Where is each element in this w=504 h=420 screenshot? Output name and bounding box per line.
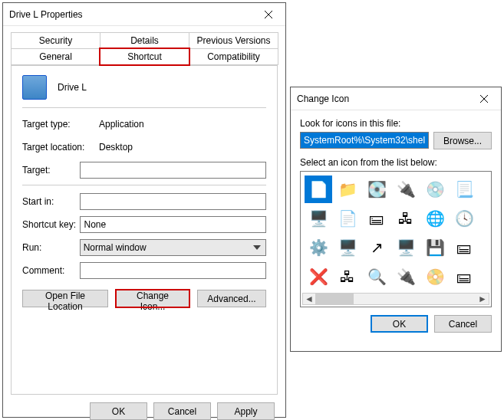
shortcut-name: Drive L [58,82,87,93]
net-drive-icon[interactable]: 🖧 [392,205,420,232]
optical-drive-icon[interactable]: 💿 [421,176,449,203]
select-icon-label: Select an icon from the list below: [300,157,492,168]
corner-icon[interactable]: ↗ [363,234,390,261]
target-type-label: Target type: [22,119,99,130]
browse-button[interactable]: Browse... [433,132,492,149]
folder-icon[interactable]: 📁 [334,176,361,203]
run-select[interactable]: Normal window [80,239,266,256]
open-file-location-button[interactable]: Open File Location [22,290,108,307]
change-icon-dialog: Change Icon Look for icons in this file:… [290,87,502,352]
divider [22,185,266,185]
target-type-value: Application [99,119,266,130]
tab-previous-versions[interactable]: Previous Versions [189,32,278,48]
divider [22,107,266,108]
icon-file-input[interactable] [300,132,429,149]
document-icon[interactable]: 📄 [305,176,332,203]
close-button[interactable] [251,3,285,26]
properties-window: Drive L Properties Security Details Prev… [2,2,286,418]
target-label: Target: [22,165,80,176]
monitor-icon[interactable]: 🖥️ [334,234,361,261]
comment-input[interactable] [80,262,266,279]
globe-icon[interactable]: 🌐 [421,205,449,232]
scroll-left-icon[interactable]: ◄ [303,294,315,304]
dialog-footer: OK Cancel Apply [3,402,285,420]
dialog-title: Change Icon [297,94,466,104]
tab-panel-shortcut: Drive L Target type: Application Target … [11,65,278,395]
startin-input[interactable] [80,193,266,210]
scroll-right-icon[interactable]: ► [476,294,489,304]
tab-strip: Security Details Previous Versions Gener… [11,32,278,65]
ok-button[interactable]: OK [371,315,428,333]
close-icon [480,95,488,103]
cancel-button[interactable]: Cancel [434,315,492,333]
chip-icon[interactable]: 🔌 [392,176,420,203]
search-icon[interactable]: 🔍 [363,263,390,290]
shortcut-key-input[interactable] [80,216,266,233]
titlebar[interactable]: Change Icon [291,87,501,110]
display-icon[interactable]: 🖥️ [305,205,332,232]
horizontal-scrollbar[interactable]: ◄ ► [302,293,489,305]
shortcut-key-label: Shortcut key: [22,219,80,230]
target-input[interactable] [80,162,266,179]
startin-label: Start in: [22,196,80,207]
change-icon-button[interactable]: Change Icon... [116,290,189,307]
scroll-thumb[interactable] [315,294,354,304]
comment-label: Comment: [22,265,80,276]
close-button[interactable] [466,87,501,110]
drive-icon[interactable]: 💽 [363,176,390,203]
icon-list: 📄📁💽🔌💿📃🖥️📄🖴🖧🌐🕓⚙️🖥️↗🖥️💾🖴❌🖧🔍🔌📀🖴💿📂▦❓ ◄ ► [300,171,492,307]
optical-icon[interactable]: 📀 [421,263,449,290]
ok-button[interactable]: OK [90,402,147,420]
clock-icon[interactable]: 🕓 [450,205,478,232]
window-title: Drive L Properties [9,9,251,20]
tab-security[interactable]: Security [11,32,100,48]
hdd-removable-icon[interactable]: 🖴 [363,205,390,232]
tab-compatibility[interactable]: Compatibility [189,48,278,65]
settings-icon[interactable]: ⚙️ [305,234,332,261]
shortcut-icon [22,75,47,100]
drives-icon[interactable]: 🖴 [450,234,478,261]
look-for-icons-label: Look for icons in this file: [300,118,492,129]
network-icon[interactable]: 🖧 [334,263,361,290]
hdd2-icon[interactable]: 🖴 [450,263,478,290]
floppy-icon[interactable]: 💾 [421,234,449,261]
cancel-button[interactable]: Cancel [153,402,211,420]
desktop-icon[interactable]: 🖥️ [392,234,420,261]
apply-button[interactable]: Apply [217,402,275,420]
target-location-value: Desktop [99,142,266,153]
drive-x-icon[interactable]: ❌ [305,263,332,290]
close-icon [265,11,272,18]
page-icon[interactable]: 📃 [450,176,478,203]
run-label: Run: [22,242,80,253]
usb-icon[interactable]: 🔌 [392,263,420,290]
tab-details[interactable]: Details [100,32,189,48]
titlebar[interactable]: Drive L Properties [3,3,285,26]
advanced-button[interactable]: Advanced... [197,290,266,307]
target-location-label: Target location: [22,142,99,153]
document-alt-icon[interactable]: 📄 [334,205,361,232]
tab-shortcut[interactable]: Shortcut [100,48,189,65]
tab-general[interactable]: General [11,48,100,65]
